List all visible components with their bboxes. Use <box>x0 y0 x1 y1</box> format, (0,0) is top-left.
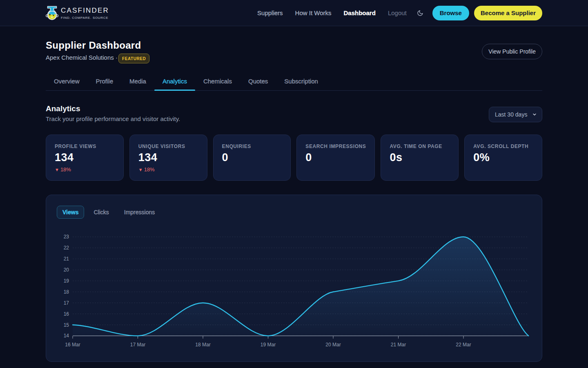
svg-text:22 Mar: 22 Mar <box>456 342 471 348</box>
svg-text:18: 18 <box>64 289 69 295</box>
svg-text:21 Mar: 21 Mar <box>391 342 406 348</box>
svg-text:15: 15 <box>64 322 69 328</box>
svg-text:19: 19 <box>64 278 69 284</box>
svg-text:23: 23 <box>64 234 69 240</box>
svg-text:20 Mar: 20 Mar <box>325 342 341 348</box>
svg-text:18 Mar: 18 Mar <box>195 342 210 348</box>
svg-text:17: 17 <box>64 300 69 306</box>
svg-text:14: 14 <box>64 333 69 339</box>
svg-text:17 Mar: 17 Mar <box>130 342 145 348</box>
svg-text:19 Mar: 19 Mar <box>261 342 276 348</box>
svg-text:16: 16 <box>64 311 69 317</box>
svg-text:20: 20 <box>64 267 69 273</box>
svg-text:22: 22 <box>64 245 69 251</box>
svg-text:21: 21 <box>64 256 69 262</box>
svg-text:16 Mar: 16 Mar <box>65 342 80 348</box>
